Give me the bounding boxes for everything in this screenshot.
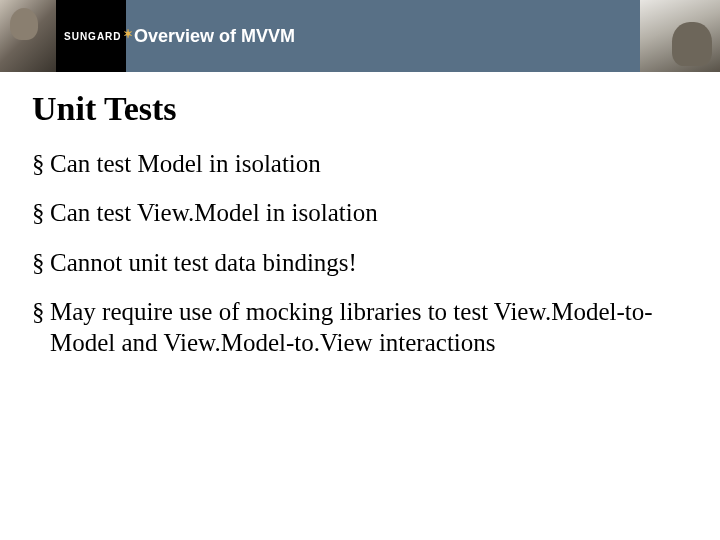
title-band: Overview of MVVM [126, 0, 640, 72]
list-item: Can test Model in isolation [32, 148, 692, 179]
list-item: May require use of mocking libraries to … [32, 296, 692, 359]
sunburst-icon [124, 31, 134, 41]
slide-content: Unit Tests Can test Model in isolation C… [0, 72, 720, 358]
header-photo-left [0, 0, 56, 72]
slide-heading: Unit Tests [32, 90, 692, 128]
slide-section-title: Overview of MVVM [134, 26, 295, 47]
slide-header: SUNGARD Overview of MVVM [0, 0, 720, 72]
list-item: Cannot unit test data bindings! [32, 247, 692, 278]
sungard-logo: SUNGARD [64, 31, 134, 42]
bullet-list: Can test Model in isolation Can test Vie… [32, 148, 692, 358]
header-photo-right [640, 0, 720, 72]
list-item: Can test View.Model in isolation [32, 197, 692, 228]
logo-band: SUNGARD [56, 0, 126, 72]
logo-text: SUNGARD [64, 31, 122, 42]
